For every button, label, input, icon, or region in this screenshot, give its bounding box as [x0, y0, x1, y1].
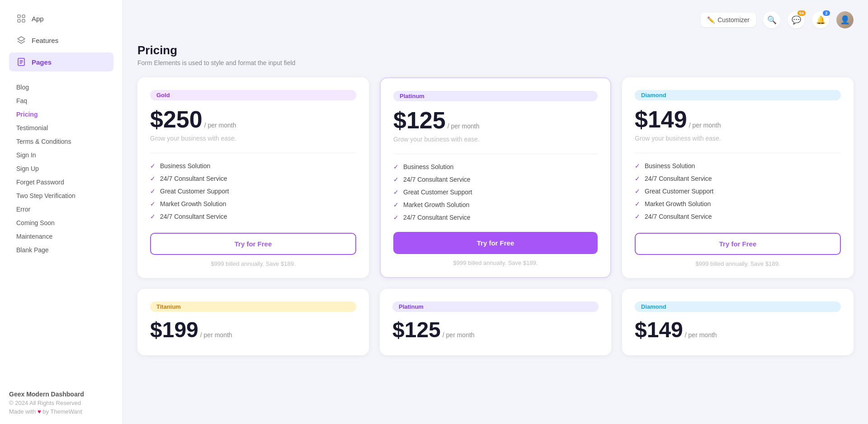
topbar: ✏️ Customizer 🔍 💬 54 🔔 2 👤: [123, 0, 868, 33]
price-period: / per month: [448, 122, 480, 130]
price-desc: Grow your business with ease.: [150, 135, 356, 142]
sidebar: App Features Pages Blog Faq: [0, 0, 123, 424]
plan-badge-platinum2: Platinum: [392, 302, 599, 312]
price-row: $199 / per month: [150, 319, 356, 341]
price-row: $125 / per month: [393, 108, 598, 132]
notifications-button[interactable]: 🔔 2: [812, 11, 829, 28]
feature-label: Great Customer Support: [160, 188, 229, 195]
sidebar-item-faq[interactable]: Faq: [9, 94, 123, 108]
feature-label: Market Growth Solution: [403, 201, 469, 208]
grid-icon: [16, 14, 26, 24]
sidebar-item-pricing[interactable]: Pricing: [9, 108, 123, 121]
feature-list: ✓ Business Solution ✓ 24/7 Consultant Se…: [393, 163, 598, 221]
price-amount: $250: [150, 108, 203, 131]
svg-rect-2: [18, 19, 20, 22]
sidebar-item-error[interactable]: Error: [9, 203, 123, 216]
feature-item: ✓ 24/7 Consultant Service: [635, 175, 841, 182]
feature-label: Business Solution: [403, 163, 453, 170]
sidebar-sub-menu: Blog Faq Pricing Testimonial Terms & Con…: [0, 79, 123, 259]
sidebar-item-blog[interactable]: Blog: [9, 80, 123, 94]
check-icon: ✓: [393, 176, 399, 183]
feature-label: 24/7 Consultant Service: [645, 213, 712, 220]
pricing-card-diamond: Diamond $149 / per month Grow your busin…: [622, 77, 854, 278]
made-with: Made with ♥ by ThemeWant: [9, 408, 113, 415]
check-icon: ✓: [393, 201, 399, 208]
price-period: / per month: [689, 122, 721, 129]
price-row: $149 / per month: [635, 319, 841, 341]
billed-note: $999 billed annually. Save $189.: [635, 260, 841, 267]
messages-badge: 54: [797, 10, 806, 16]
feature-item: ✓ 24/7 Consultant Service: [393, 214, 598, 221]
sidebar-item-app[interactable]: App: [9, 9, 113, 28]
messages-button[interactable]: 💬 54: [788, 11, 805, 28]
feature-label: Market Growth Solution: [645, 200, 711, 207]
price-amount: $149: [635, 319, 683, 341]
sidebar-footer: Geex Modern Dashboard © 2024 All Rights …: [0, 382, 123, 415]
price-period: / per month: [685, 331, 717, 339]
svg-rect-1: [22, 15, 25, 18]
try-free-button-platinum[interactable]: Try for Free: [393, 232, 598, 254]
brand-name: Geex Modern Dashboard: [9, 391, 113, 398]
page-content: Pricing Form Elements is used to style a…: [123, 33, 868, 424]
feature-list: ✓ Business Solution ✓ 24/7 Consultant Se…: [635, 162, 841, 222]
pricing-card-titanium: Titanium $199 / per month: [137, 289, 369, 355]
check-icon: ✓: [150, 200, 156, 207]
price-row: $250 / per month: [150, 108, 356, 131]
sidebar-item-features-label: Features: [32, 37, 58, 44]
feature-label: 24/7 Consultant Service: [403, 214, 471, 221]
sidebar-item-features[interactable]: Features: [9, 31, 113, 50]
try-free-button-gold[interactable]: Try for Free: [150, 233, 356, 255]
feature-label: Business Solution: [645, 162, 695, 170]
divider: [635, 153, 841, 153]
page-title: Pricing: [137, 43, 854, 57]
user-avatar[interactable]: 👤: [836, 11, 854, 28]
feature-label: Business Solution: [160, 162, 210, 170]
try-free-button-diamond[interactable]: Try for Free: [635, 233, 841, 255]
pricing-card-gold: Gold $250 / per month Grow your business…: [137, 77, 369, 278]
page-subtitle: Form Elements is used to style and forma…: [137, 59, 854, 66]
price-period: / per month: [200, 331, 232, 339]
sidebar-item-testimonial[interactable]: Testimonial: [9, 121, 123, 135]
feature-label: 24/7 Consultant Service: [160, 213, 227, 220]
sidebar-item-app-label: App: [32, 15, 44, 23]
plan-badge-platinum: Platinum: [393, 91, 598, 101]
pricing-grid-row1: Gold $250 / per month Grow your business…: [137, 77, 854, 278]
feature-item: ✓ Market Growth Solution: [635, 200, 841, 207]
customizer-label: Customizer: [717, 16, 750, 24]
sidebar-item-coming-soon[interactable]: Coming Soon: [9, 216, 123, 230]
search-icon: 🔍: [767, 15, 777, 25]
check-icon: ✓: [635, 188, 640, 195]
feature-item: ✓ Great Customer Support: [150, 188, 356, 195]
feature-label: 24/7 Consultant Service: [645, 175, 712, 182]
check-icon: ✓: [150, 188, 156, 195]
avatar-image: 👤: [836, 11, 854, 28]
sidebar-item-signin[interactable]: Sign In: [9, 148, 123, 162]
check-icon: ✓: [393, 214, 399, 221]
search-button[interactable]: 🔍: [763, 11, 780, 28]
customizer-button[interactable]: ✏️ Customizer: [701, 13, 756, 27]
price-period: / per month: [204, 122, 236, 129]
feature-item: ✓ Great Customer Support: [393, 188, 598, 196]
sidebar-item-maintenance[interactable]: Maintenance: [9, 230, 123, 243]
file-text-icon: [16, 57, 26, 67]
sidebar-item-blank[interactable]: Blank Page: [9, 243, 123, 257]
plan-badge-titanium: Titanium: [150, 302, 356, 312]
sidebar-item-signup[interactable]: Sign Up: [9, 162, 123, 175]
feature-list: ✓ Business Solution ✓ 24/7 Consultant Se…: [150, 162, 356, 222]
feature-item: ✓ 24/7 Consultant Service: [150, 175, 356, 182]
sidebar-item-terms[interactable]: Terms & Conditions: [9, 135, 123, 148]
check-icon: ✓: [393, 188, 399, 196]
feature-item: ✓ 24/7 Consultant Service: [150, 213, 356, 220]
check-icon: ✓: [150, 162, 156, 170]
plan-badge-diamond2: Diamond: [635, 302, 841, 312]
sidebar-item-pages[interactable]: Pages: [9, 52, 113, 71]
sidebar-item-forget-password[interactable]: Forget Password: [9, 175, 123, 189]
billed-note: $999 billed annually. Save $189.: [393, 259, 598, 266]
price-amount: $149: [635, 108, 687, 131]
divider: [150, 153, 356, 153]
main-content: ✏️ Customizer 🔍 💬 54 🔔 2 👤 Pricing Form …: [123, 0, 868, 424]
sidebar-item-two-step[interactable]: Two Step Verification: [9, 189, 123, 203]
pricing-card-platinum: Platinum $125 / per month Grow your busi…: [380, 77, 611, 278]
check-icon: ✓: [150, 213, 156, 220]
pricing-grid-row2: Titanium $199 / per month Platinum $125 …: [137, 289, 854, 355]
